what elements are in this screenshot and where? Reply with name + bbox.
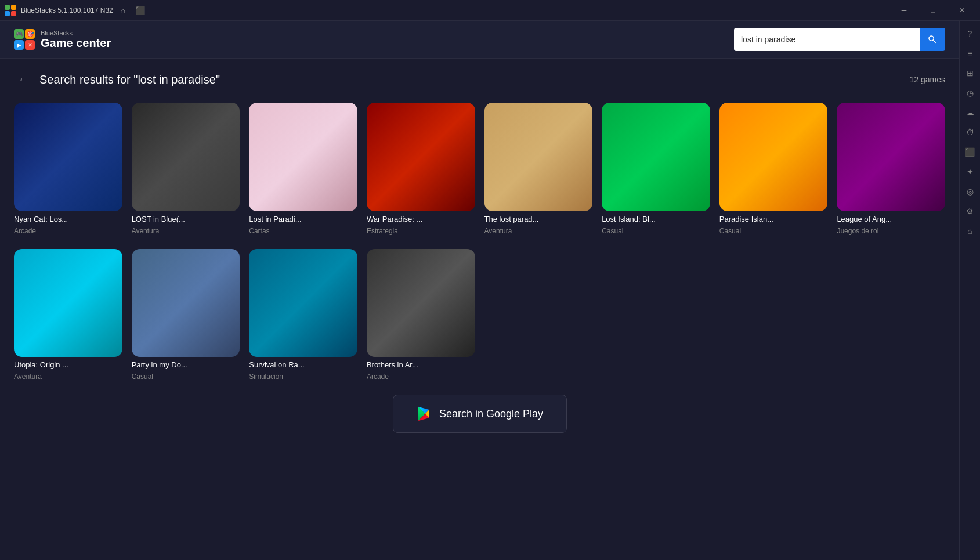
game-card-the-lost[interactable]: The lost parad... Aventura <box>484 103 593 235</box>
sidebar-star-icon[interactable]: ✦ <box>962 164 978 180</box>
brand-icon-orange: 🎯 <box>25 29 35 39</box>
header: 🎮 🎯 ▶ ✕ BlueStacks Game center <box>0 21 959 59</box>
search-icon <box>927 34 938 45</box>
close-button[interactable]: ✕ <box>949 0 975 21</box>
minimize-button[interactable]: ─ <box>891 0 917 21</box>
brand-name: BlueStacks <box>41 30 111 37</box>
svg-rect-1 <box>11 5 16 10</box>
brand-icon-green: 🎮 <box>14 29 24 39</box>
google-play-section: Search in Google Play <box>393 395 567 433</box>
game-card-war-paradise[interactable]: War Paradise: ... Estrategia <box>367 103 475 235</box>
google-play-button[interactable]: Search in Google Play <box>393 395 567 433</box>
title-bar-left: BlueStacks 5.1.100.1017 N32 ⌂ ⬛ <box>5 5 146 16</box>
game-name-nyan-cat: Nyan Cat: Los... <box>14 215 122 223</box>
search-button[interactable] <box>920 28 945 51</box>
game-name-paradise-island: Paradise Islan... <box>719 215 828 223</box>
game-genre-lost-blue: Aventura <box>132 227 240 235</box>
game-thumb-lost-island <box>602 103 710 211</box>
google-play-label: Search in Google Play <box>439 408 543 420</box>
bluestacks-logo-icon <box>5 5 16 16</box>
game-thumb-inner-paradise-island <box>719 103 828 211</box>
game-genre-nyan-cat: Arcade <box>14 227 122 235</box>
content-area: 🎮 🎯 ▶ ✕ BlueStacks Game center <box>0 21 959 560</box>
sidebar-layers-icon[interactable]: ⬛ <box>962 144 978 160</box>
game-thumb-lost-blue <box>132 103 240 211</box>
game-thumb-survival <box>249 249 357 357</box>
maximize-button[interactable]: □ <box>920 0 946 21</box>
page-title: Search results for "lost in paradise" <box>39 73 220 86</box>
sidebar-home-icon[interactable]: ⌂ <box>962 223 978 239</box>
svg-rect-3 <box>11 11 16 16</box>
game-name-the-lost: The lost parad... <box>484 215 593 223</box>
game-thumb-war-paradise <box>367 103 475 211</box>
brand-icon-blue: ▶ <box>14 40 24 50</box>
brand-icon: 🎮 🎯 ▶ ✕ <box>14 29 35 50</box>
game-thumb-inner-utopia <box>14 249 122 357</box>
sidebar-menu-icon[interactable]: ≡ <box>962 45 978 62</box>
search-input[interactable] <box>734 28 920 51</box>
game-card-lost-paradi[interactable]: Lost in Paradi... Cartas <box>249 103 357 235</box>
game-genre-utopia: Aventura <box>14 373 122 381</box>
game-name-party: Party in my Do... <box>132 360 240 369</box>
brand-text: BlueStacks Game center <box>41 30 111 50</box>
svg-rect-2 <box>5 11 10 16</box>
sidebar-timer-icon[interactable]: ⏱ <box>962 124 978 140</box>
game-genre-the-lost: Aventura <box>484 227 593 235</box>
sidebar-circle-icon[interactable]: ◎ <box>962 183 978 200</box>
game-name-lost-island: Lost Island: Bl... <box>602 215 710 223</box>
game-card-brothers[interactable]: Brothers in Ar... Arcade <box>367 249 475 381</box>
games-count: 12 games <box>910 75 945 84</box>
games-grid-row1: Nyan Cat: Los... Arcade LOST in Blue(...… <box>14 103 945 235</box>
game-thumb-lost-paradi <box>249 103 357 211</box>
back-row: ← Search results for "lost in paradise" <box>14 70 220 89</box>
game-card-survival[interactable]: Survival on Ra... Simulación <box>249 249 357 381</box>
game-thumb-inner-the-lost <box>484 103 593 211</box>
game-name-brothers: Brothers in Ar... <box>367 360 475 369</box>
back-button[interactable]: ← <box>14 70 32 89</box>
main-layout: 🎮 🎯 ▶ ✕ BlueStacks Game center <box>0 21 980 560</box>
game-thumb-utopia <box>14 249 122 357</box>
brand-icon-red: ✕ <box>25 40 35 50</box>
game-card-league-ang[interactable]: League of Ang... Juegos de rol <box>837 103 945 235</box>
sidebar-help-icon[interactable]: ? <box>962 26 978 42</box>
game-genre-paradise-island: Casual <box>719 227 828 235</box>
app-version-label: BlueStacks 5.1.100.1017 N32 <box>21 6 113 15</box>
game-card-utopia[interactable]: Utopia: Origin ... Aventura <box>14 249 122 381</box>
game-name-survival: Survival on Ra... <box>249 360 357 369</box>
title-bar-toolbar: ⌂ ⬛ <box>118 5 146 16</box>
game-thumb-inner-lost-island <box>602 103 710 211</box>
games-grid-row2: Utopia: Origin ... Aventura Party in my … <box>14 249 945 381</box>
game-thumb-nyan-cat <box>14 103 122 211</box>
title-bar: BlueStacks 5.1.100.1017 N32 ⌂ ⬛ ─ □ ✕ <box>0 0 980 21</box>
right-sidebar: ? ≡ ⊞ ◷ ☁ ⏱ ⬛ ✦ ◎ ⚙ ⌂ <box>959 21 980 560</box>
multi-instance-icon[interactable]: ⬛ <box>135 5 146 16</box>
sidebar-clock-icon[interactable]: ◷ <box>962 85 978 101</box>
game-card-party[interactable]: Party in my Do... Casual <box>132 249 240 381</box>
sidebar-settings-icon[interactable]: ⚙ <box>962 203 978 219</box>
game-card-nyan-cat[interactable]: Nyan Cat: Los... Arcade <box>14 103 122 235</box>
game-thumb-inner-brothers <box>367 249 475 357</box>
game-thumb-the-lost <box>484 103 593 211</box>
page-content: ← Search results for "lost in paradise" … <box>0 59 959 560</box>
game-card-lost-blue[interactable]: LOST in Blue(... Aventura <box>132 103 240 235</box>
game-thumb-inner-lost-paradi <box>249 103 357 211</box>
game-thumb-inner-party <box>132 249 240 357</box>
game-name-utopia: Utopia: Origin ... <box>14 360 122 369</box>
game-genre-brothers: Arcade <box>367 373 475 381</box>
game-card-paradise-island[interactable]: Paradise Islan... Casual <box>719 103 828 235</box>
game-genre-league-ang: Juegos de rol <box>837 227 945 235</box>
home-icon[interactable]: ⌂ <box>118 5 128 16</box>
game-genre-lost-island: Casual <box>602 227 710 235</box>
sidebar-grid-icon[interactable]: ⊞ <box>962 65 978 81</box>
sidebar-cloud-icon[interactable]: ☁ <box>962 104 978 121</box>
game-genre-survival: Simulación <box>249 373 357 381</box>
brand-title: Game center <box>41 37 111 50</box>
game-thumb-brothers <box>367 249 475 357</box>
game-thumb-inner-survival <box>249 249 357 357</box>
game-card-lost-island[interactable]: Lost Island: Bl... Casual <box>602 103 710 235</box>
game-name-league-ang: League of Ang... <box>837 215 945 223</box>
game-thumb-party <box>132 249 240 357</box>
game-genre-lost-paradi: Cartas <box>249 227 357 235</box>
brand-section: 🎮 🎯 ▶ ✕ BlueStacks Game center <box>14 29 111 50</box>
game-thumb-inner-war-paradise <box>367 103 475 211</box>
